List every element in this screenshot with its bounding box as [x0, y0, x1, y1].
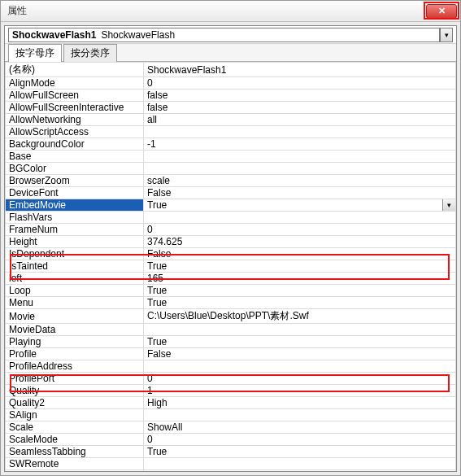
- property-value-cell[interactable]: [144, 324, 456, 336]
- property-grid[interactable]: (名称)ShockwaveFlash1AlignMode0AllowFullSc…: [5, 62, 456, 471]
- property-row[interactable]: Base: [6, 151, 456, 163]
- property-name-cell[interactable]: SWRemote: [6, 458, 144, 470]
- property-value-cell[interactable]: 0: [144, 434, 456, 446]
- close-button[interactable]: ✕: [426, 4, 457, 19]
- property-name-cell[interactable]: (名称): [6, 63, 144, 77]
- property-name-cell[interactable]: ProfilePort: [6, 373, 144, 385]
- property-value-cell[interactable]: True: [144, 285, 456, 297]
- chevron-down-icon[interactable]: ▾: [442, 199, 455, 211]
- property-name-cell[interactable]: top: [6, 470, 144, 472]
- object-combo-dropdown[interactable]: ▾: [440, 28, 453, 42]
- property-value-cell[interactable]: [144, 409, 456, 421]
- property-row[interactable]: top81.12504: [6, 470, 456, 472]
- property-row[interactable]: IsTaintedTrue: [6, 260, 456, 273]
- object-combo[interactable]: ShockwaveFlash1 ShockwaveFlash: [8, 28, 440, 42]
- property-value-cell[interactable]: 374.625: [144, 236, 456, 248]
- property-value-cell[interactable]: ShowAll: [144, 421, 456, 434]
- property-name-cell[interactable]: Height: [6, 236, 144, 248]
- property-value-cell[interactable]: ShockwaveFlash1: [144, 63, 456, 77]
- property-value-cell[interactable]: False: [144, 248, 456, 260]
- property-row[interactable]: FrameNum0: [6, 224, 456, 236]
- property-value-cell[interactable]: [144, 458, 456, 470]
- property-name-cell[interactable]: Loop: [6, 285, 144, 297]
- property-row[interactable]: FlashVars: [6, 212, 456, 224]
- property-name-cell[interactable]: Quality: [6, 385, 144, 397]
- property-row[interactable]: SAlign: [6, 409, 456, 421]
- property-value-cell[interactable]: True: [144, 260, 456, 273]
- property-name-cell[interactable]: Movie: [6, 309, 144, 324]
- property-value-cell[interactable]: C:\Users\Blue\Desktop\PPT\素材.Swf: [144, 309, 456, 324]
- property-row[interactable]: MenuTrue: [6, 297, 456, 309]
- property-value-cell[interactable]: scale: [144, 175, 456, 187]
- property-row[interactable]: (名称)ShockwaveFlash1: [6, 63, 456, 77]
- property-value-cell[interactable]: True: [144, 336, 456, 348]
- property-row[interactable]: AllowScriptAccess: [6, 126, 456, 138]
- property-value-cell[interactable]: false: [144, 102, 456, 114]
- property-value-cell[interactable]: [144, 151, 456, 163]
- property-name-cell[interactable]: AlignMode: [6, 77, 144, 90]
- property-name-cell[interactable]: BGColor: [6, 163, 144, 175]
- property-value-cell[interactable]: false: [144, 90, 456, 102]
- property-row[interactable]: AllowFullScreenInteractivefalse: [6, 102, 456, 114]
- property-row[interactable]: BrowserZoomscale: [6, 175, 456, 187]
- property-name-cell[interactable]: BrowserZoom: [6, 175, 144, 187]
- property-value-cell[interactable]: 81.12504: [144, 470, 456, 472]
- property-row[interactable]: AllowFullScreenfalse: [6, 90, 456, 102]
- property-row[interactable]: SeamlessTabbingTrue: [6, 446, 456, 458]
- property-value-cell[interactable]: all: [144, 114, 456, 126]
- property-row[interactable]: LoopTrue: [6, 285, 456, 297]
- property-row[interactable]: BackgroundColor-1: [6, 138, 456, 151]
- property-name-cell[interactable]: BackgroundColor: [6, 138, 144, 151]
- property-row[interactable]: left165: [6, 273, 456, 285]
- property-name-cell[interactable]: Base: [6, 151, 144, 163]
- property-name-cell[interactable]: IsDependent: [6, 248, 144, 260]
- property-row[interactable]: MovieC:\Users\Blue\Desktop\PPT\素材.Swf: [6, 309, 456, 324]
- property-name-cell[interactable]: ProfileAddress: [6, 360, 144, 373]
- property-row[interactable]: MovieData: [6, 324, 456, 336]
- property-value-cell[interactable]: 1: [144, 385, 456, 397]
- property-name-cell[interactable]: SeamlessTabbing: [6, 446, 144, 458]
- tab-alphabetical[interactable]: 按字母序: [8, 44, 62, 62]
- property-value-cell[interactable]: True: [144, 446, 456, 458]
- property-value-cell[interactable]: 0: [144, 224, 456, 236]
- property-name-cell[interactable]: EmbedMovie: [6, 199, 144, 212]
- property-row[interactable]: Quality1: [6, 385, 456, 397]
- property-value-cell[interactable]: False: [144, 187, 456, 199]
- property-name-cell[interactable]: left: [6, 273, 144, 285]
- property-value-cell[interactable]: False: [144, 348, 456, 360]
- property-value-cell[interactable]: [144, 126, 456, 138]
- property-row[interactable]: IsDependentFalse: [6, 248, 456, 260]
- property-row[interactable]: Quality2High: [6, 397, 456, 409]
- property-value-cell[interactable]: [144, 212, 456, 224]
- property-name-cell[interactable]: AllowFullScreen: [6, 90, 144, 102]
- property-row[interactable]: SWRemote: [6, 458, 456, 470]
- property-value-cell[interactable]: 165: [144, 273, 456, 285]
- property-value-cell[interactable]: 0: [144, 77, 456, 90]
- property-name-cell[interactable]: Playing: [6, 336, 144, 348]
- property-name-cell[interactable]: SAlign: [6, 409, 144, 421]
- property-name-cell[interactable]: Scale: [6, 421, 144, 434]
- property-value-cell[interactable]: High: [144, 397, 456, 409]
- property-name-cell[interactable]: AllowFullScreenInteractive: [6, 102, 144, 114]
- property-row[interactable]: AllowNetworkingall: [6, 114, 456, 126]
- property-row[interactable]: AlignMode0: [6, 77, 456, 90]
- property-value-cell[interactable]: 0: [144, 373, 456, 385]
- property-name-cell[interactable]: MovieData: [6, 324, 144, 336]
- property-name-cell[interactable]: IsTainted: [6, 260, 144, 273]
- property-value-cell[interactable]: True: [144, 297, 456, 309]
- property-name-cell[interactable]: AllowNetworking: [6, 114, 144, 126]
- property-name-cell[interactable]: Quality2: [6, 397, 144, 409]
- property-row[interactable]: EmbedMovieTrue▾: [6, 199, 456, 212]
- property-name-cell[interactable]: FrameNum: [6, 224, 144, 236]
- property-row[interactable]: ProfileFalse: [6, 348, 456, 360]
- property-name-cell[interactable]: FlashVars: [6, 212, 144, 224]
- property-row[interactable]: PlayingTrue: [6, 336, 456, 348]
- property-row[interactable]: DeviceFontFalse: [6, 187, 456, 199]
- property-value-cell[interactable]: [144, 360, 456, 373]
- property-name-cell[interactable]: Profile: [6, 348, 144, 360]
- property-value-cell[interactable]: -1: [144, 138, 456, 151]
- property-row[interactable]: ProfilePort0: [6, 373, 456, 385]
- property-row[interactable]: ScaleMode0: [6, 434, 456, 446]
- property-row[interactable]: ProfileAddress: [6, 360, 456, 373]
- property-value-cell[interactable]: True▾: [144, 199, 456, 212]
